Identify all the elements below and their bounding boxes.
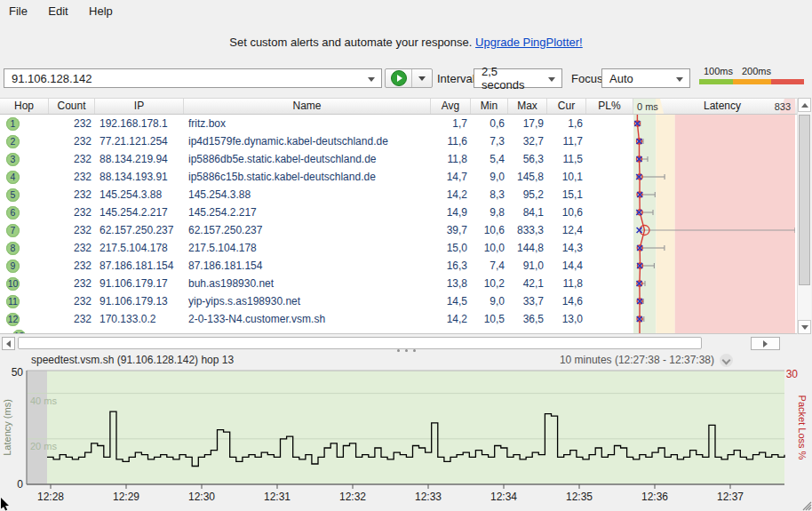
name-cell: ip5886c15b.static.kabel-deutschland.de [184,171,431,183]
hop-cell: 2 [0,135,49,148]
column-header-max[interactable]: Max [508,99,547,114]
min-cell: 7,4 [471,259,508,272]
svg-text:Latency (ms): Latency (ms) [2,399,12,456]
hop-badge: 6 [6,206,20,220]
chevron-down-icon[interactable] [548,77,555,82]
column-header-min[interactable]: Min [471,99,508,114]
menu-edit[interactable]: Edit [39,0,76,22]
scale-label-200ms: 200ms [742,66,771,76]
table-vertical-scrollbar[interactable] [797,98,811,334]
column-header-count[interactable]: Count [49,99,95,114]
column-header-latency[interactable]: 0 ms Latency 833 [633,99,795,114]
upgrade-link[interactable]: Upgrade PingPlotter! [475,36,583,49]
avg-cell: 16,3 [431,259,471,272]
count-cell: 232 [49,277,95,290]
max-cell: 36,5 [508,313,547,325]
alert-banner: Set custom alerts and automate your resp… [0,36,812,49]
interval-label: Interval [437,72,475,85]
max-cell: 56,3 [508,153,547,165]
latency-header-title: Latency [660,99,784,114]
timeline-range-label[interactable]: 10 minutes (12:27:38 - 12:37:38) [560,354,714,366]
svg-text:Packet Loss %: Packet Loss % [797,395,808,460]
pingplotter-window: File Edit Help Set custom alerts and aut… [0,0,812,511]
target-combobox[interactable]: 91.106.128.142 [4,68,382,88]
avg-cell: 14,2 [431,313,471,325]
hop-cell: 12 [0,313,49,326]
max-cell: 91,0 [508,259,547,272]
hop-badge: 4 [6,171,20,184]
ip-cell: 170.133.0.2 [95,313,184,325]
avg-cell: 14,5 [431,295,471,307]
chevron-down-icon [418,76,426,81]
hop-badge: 5 [6,188,20,202]
count-cell: 232 [49,117,95,130]
scroll-up-button[interactable] [798,98,811,112]
cur-cell: 1,6 [547,117,586,130]
svg-text:12:34: 12:34 [490,491,517,503]
ip-cell: 217.5.104.178 [95,242,184,254]
count-cell: 232 [49,313,95,325]
menu-help[interactable]: Help [80,0,122,22]
count-cell: 232 [49,188,95,201]
hop-badge: 3 [6,153,20,166]
svg-text:30: 30 [786,368,799,380]
timeline-range-chevron-icon[interactable] [720,354,733,367]
avg-cell: 39,7 [431,224,471,236]
cur-cell: 12,4 [547,224,586,236]
play-icon [391,70,407,86]
cur-cell: 11,7 [547,135,586,148]
svg-text:50: 50 [12,368,24,379]
start-button[interactable] [386,69,412,87]
name-cell: ip4d1579fe.dynamic.kabel-deutschland.de [184,135,431,148]
ip-cell: 77.21.121.254 [95,135,184,148]
avg-cell: 14,9 [431,206,471,219]
hop-cell: 10 [0,277,49,291]
min-cell: 10,2 [471,277,508,290]
cur-cell: 14,3 [547,242,586,254]
hop-badge: 11 [6,295,20,308]
cur-cell: 14,6 [547,295,586,307]
column-header-hop[interactable]: Hop [0,99,49,114]
timeline-title: speedtest.vsm.sh (91.106.128.142) hop 13 [31,354,234,366]
min-cell: 10,5 [471,313,508,325]
ip-cell: 88.134.219.94 [95,153,184,165]
banner-text: Set custom alerts and automate your resp… [229,36,472,49]
latency-scale-legend: 100ms 200ms [699,66,804,85]
column-header-avg[interactable]: Avg [431,99,471,114]
count-cell: 232 [49,242,95,254]
max-cell: 17,9 [508,117,547,130]
svg-text:12:37: 12:37 [717,491,744,503]
max-cell: 95,2 [508,188,547,201]
column-header-pl[interactable]: PL% [586,99,633,114]
count-cell: 232 [49,295,95,307]
interval-select[interactable]: 2,5 seconds [474,68,562,88]
triangle-down-icon [801,325,808,330]
scrollbar-track[interactable] [18,337,702,349]
scrollbar-thumb[interactable] [799,115,810,285]
avg-cell: 14,2 [431,188,471,201]
scroll-left-button[interactable] [2,337,15,350]
timeline-graph[interactable]: 40 ms20 ms500Latency (ms)30Packet Loss %… [0,368,812,511]
trace-table-header: Hop Count IP Name Avg Min Max Cur PL% 0 … [0,98,797,115]
hop-cell: 5 [0,188,49,202]
column-header-cur[interactable]: Cur [547,99,586,114]
chevron-down-icon[interactable] [368,77,375,82]
menu-file[interactable]: File [0,0,36,22]
scroll-right-button[interactable] [751,337,780,350]
column-header-ip[interactable]: IP [95,99,184,114]
column-header-name[interactable]: Name [184,99,431,114]
count-cell: 232 [49,206,95,219]
name-cell: 217.5.104.178 [184,242,431,254]
scroll-down-button[interactable] [798,320,811,334]
svg-text:12:32: 12:32 [339,491,366,503]
focus-select[interactable]: Auto [601,68,690,88]
start-options-button[interactable] [412,69,432,87]
name-cell: 145.254.3.88 [184,188,431,201]
target-value: 91.106.128.142 [12,72,92,85]
min-cell: 9,8 [471,206,508,219]
chevron-down-icon[interactable] [676,77,683,82]
mouse-cursor [0,498,12,511]
hop-cell: 4 [0,171,49,184]
svg-text:12:29: 12:29 [113,491,139,503]
hop-badge-partial: 13 [12,330,26,334]
